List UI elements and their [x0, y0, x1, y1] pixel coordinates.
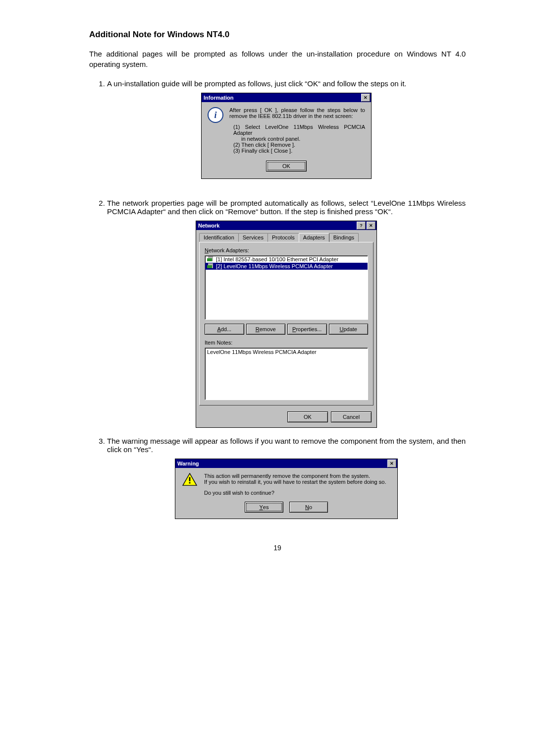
info-sub1b: in network control panel. — [241, 136, 365, 142]
adapter-1: [2] LevelOne 11Mbps Wireless PCMCIA Adap… — [216, 263, 333, 269]
steps-list: A un-installation guide will be prompted… — [89, 79, 466, 519]
tab-services[interactable]: Services — [238, 233, 268, 242]
network-title: Network — [198, 223, 219, 229]
list-item[interactable]: [2] LevelOne 11Mbps Wireless PCMCIA Adap… — [205, 263, 368, 270]
information-dialog: Information ✕ i After press [ OK ], plea… — [201, 93, 372, 179]
info-ok-button[interactable]: OK — [266, 161, 307, 172]
yes-button[interactable]: Yes — [245, 502, 283, 513]
list-item[interactable]: [1] Intel 82557-based 10/100 Ethernet PC… — [205, 256, 368, 263]
info-sub2: (2) Then click [ Remove ]. — [233, 142, 365, 148]
add-button[interactable]: Add... — [205, 324, 244, 335]
no-button[interactable]: No — [289, 502, 328, 513]
item-notes-box: LevelOne 11Mbps Wireless PCMCIA Adapter — [205, 348, 368, 400]
page-number: 19 — [89, 544, 466, 552]
network-titlebar: Network ? ✕ — [196, 221, 376, 230]
close-icon[interactable]: ✕ — [387, 460, 396, 467]
adapters-label: Network Adapters: — [205, 247, 368, 253]
close-icon[interactable]: ✕ — [367, 222, 375, 230]
tab-bindings[interactable]: Bindings — [329, 233, 359, 242]
warning-line1: This action will permanently remove the … — [204, 473, 386, 479]
tab-protocols[interactable]: Protocols — [268, 233, 299, 242]
warning-dialog: Warning ✕ This acti — [175, 459, 398, 519]
adapters-panel: Network Adapters: [1] Intel 82557-based … — [199, 242, 374, 406]
item-notes-label: Item Notes: — [205, 340, 368, 346]
close-icon[interactable]: ✕ — [361, 94, 370, 102]
network-dialog: Network ? ✕ Identification Services Prot… — [196, 221, 377, 428]
properties-button[interactable]: Properties... — [287, 324, 327, 335]
step-1-text: A un-installation guide will be prompted… — [107, 79, 406, 88]
step-1: A un-installation guide will be prompted… — [107, 79, 466, 179]
warning-text: This action will permanently remove the … — [204, 473, 386, 496]
network-cancel-button[interactable]: Cancel — [331, 411, 372, 422]
info-sub3: (3) Finally click [ Close ]. — [233, 148, 365, 154]
step-3: The warning message will appear as follo… — [107, 437, 466, 519]
warning-icon — [182, 473, 197, 486]
info-titlebar: Information ✕ — [202, 93, 371, 102]
network-ok-button[interactable]: OK — [287, 411, 328, 422]
info-title: Information — [204, 95, 234, 101]
tab-identification[interactable]: Identification — [199, 233, 239, 242]
svg-rect-1 — [189, 477, 191, 481]
network-tabs: Identification Services Protocols Adapte… — [199, 233, 374, 242]
svg-rect-2 — [189, 482, 191, 484]
step-2: The network properties page will be prom… — [107, 199, 466, 428]
nic-icon — [207, 256, 214, 262]
remove-button[interactable]: Remove — [246, 324, 286, 335]
warning-title: Warning — [177, 461, 199, 466]
adapters-listbox[interactable]: [1] Intel 82557-based 10/100 Ethernet PC… — [205, 255, 368, 320]
warning-line3: Do you still wish to continue? — [204, 490, 386, 496]
info-line1: After press [ OK ], please follow the st… — [229, 107, 365, 119]
section-heading: Additional Note for Windows NT4.0 — [89, 30, 466, 40]
adapter-0: [1] Intel 82557-based 10/100 Ethernet PC… — [216, 256, 338, 262]
step-3-text: The warning message will appear as follo… — [107, 437, 466, 454]
warning-line2: If you wish to reinstall it, you will ha… — [204, 479, 386, 485]
nic-icon — [207, 263, 214, 269]
info-sub1: (1) Select LevelOne 11Mbps Wireless PCMC… — [233, 124, 365, 136]
info-icon: i — [208, 107, 223, 123]
info-text: After press [ OK ], please follow the st… — [229, 107, 365, 154]
help-icon[interactable]: ? — [357, 222, 366, 230]
intro-paragraph: The additional pages will be prompted as… — [89, 49, 466, 69]
step-2-text: The network properties page will be prom… — [107, 199, 466, 216]
tab-adapters[interactable]: Adapters — [299, 233, 329, 242]
update-button[interactable]: Update — [329, 324, 369, 335]
warning-titlebar: Warning ✕ — [175, 459, 397, 468]
